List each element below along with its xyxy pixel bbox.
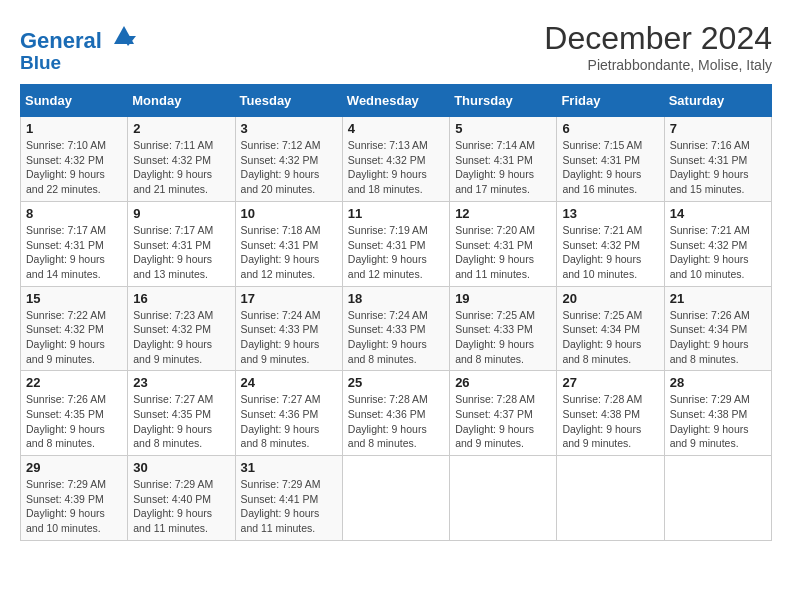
- calendar-cell: [664, 456, 771, 541]
- day-number: 10: [241, 206, 337, 221]
- cell-details: Sunrise: 7:29 AMSunset: 4:40 PMDaylight:…: [133, 477, 229, 536]
- cell-details: Sunrise: 7:13 AMSunset: 4:32 PMDaylight:…: [348, 138, 444, 197]
- cell-details: Sunrise: 7:26 AMSunset: 4:35 PMDaylight:…: [26, 392, 122, 451]
- calendar-body: 1Sunrise: 7:10 AMSunset: 4:32 PMDaylight…: [21, 117, 772, 541]
- cell-details: Sunrise: 7:20 AMSunset: 4:31 PMDaylight:…: [455, 223, 551, 282]
- cell-details: Sunrise: 7:25 AMSunset: 4:34 PMDaylight:…: [562, 308, 658, 367]
- calendar-cell: 23Sunrise: 7:27 AMSunset: 4:35 PMDayligh…: [128, 371, 235, 456]
- day-number: 2: [133, 121, 229, 136]
- day-number: 27: [562, 375, 658, 390]
- day-number: 4: [348, 121, 444, 136]
- cell-details: Sunrise: 7:25 AMSunset: 4:33 PMDaylight:…: [455, 308, 551, 367]
- cell-details: Sunrise: 7:23 AMSunset: 4:32 PMDaylight:…: [133, 308, 229, 367]
- cell-details: Sunrise: 7:12 AMSunset: 4:32 PMDaylight:…: [241, 138, 337, 197]
- calendar-cell: 18Sunrise: 7:24 AMSunset: 4:33 PMDayligh…: [342, 286, 449, 371]
- calendar-cell: 31Sunrise: 7:29 AMSunset: 4:41 PMDayligh…: [235, 456, 342, 541]
- calendar-cell: 4Sunrise: 7:13 AMSunset: 4:32 PMDaylight…: [342, 117, 449, 202]
- calendar-cell: 28Sunrise: 7:29 AMSunset: 4:38 PMDayligh…: [664, 371, 771, 456]
- calendar-header-row: SundayMondayTuesdayWednesdayThursdayFrid…: [21, 85, 772, 117]
- cell-details: Sunrise: 7:16 AMSunset: 4:31 PMDaylight:…: [670, 138, 766, 197]
- calendar-cell: 3Sunrise: 7:12 AMSunset: 4:32 PMDaylight…: [235, 117, 342, 202]
- calendar-cell: 20Sunrise: 7:25 AMSunset: 4:34 PMDayligh…: [557, 286, 664, 371]
- day-number: 3: [241, 121, 337, 136]
- calendar-title: December 2024: [544, 20, 772, 57]
- calendar-cell: 16Sunrise: 7:23 AMSunset: 4:32 PMDayligh…: [128, 286, 235, 371]
- week-row-1: 1Sunrise: 7:10 AMSunset: 4:32 PMDaylight…: [21, 117, 772, 202]
- calendar-cell: [342, 456, 449, 541]
- day-number: 21: [670, 291, 766, 306]
- day-number: 9: [133, 206, 229, 221]
- week-row-2: 8Sunrise: 7:17 AMSunset: 4:31 PMDaylight…: [21, 201, 772, 286]
- day-number: 6: [562, 121, 658, 136]
- day-number: 5: [455, 121, 551, 136]
- day-number: 11: [348, 206, 444, 221]
- day-number: 7: [670, 121, 766, 136]
- calendar-cell: 27Sunrise: 7:28 AMSunset: 4:38 PMDayligh…: [557, 371, 664, 456]
- day-header-wednesday: Wednesday: [342, 85, 449, 117]
- calendar-table: SundayMondayTuesdayWednesdayThursdayFrid…: [20, 84, 772, 541]
- day-number: 26: [455, 375, 551, 390]
- cell-details: Sunrise: 7:28 AMSunset: 4:38 PMDaylight:…: [562, 392, 658, 451]
- calendar-cell: 8Sunrise: 7:17 AMSunset: 4:31 PMDaylight…: [21, 201, 128, 286]
- cell-details: Sunrise: 7:14 AMSunset: 4:31 PMDaylight:…: [455, 138, 551, 197]
- cell-details: Sunrise: 7:21 AMSunset: 4:32 PMDaylight:…: [562, 223, 658, 282]
- logo-line2: Blue: [20, 53, 138, 74]
- header: General Blue December 2024 Pietrabbondan…: [20, 20, 772, 74]
- day-header-tuesday: Tuesday: [235, 85, 342, 117]
- cell-details: Sunrise: 7:19 AMSunset: 4:31 PMDaylight:…: [348, 223, 444, 282]
- calendar-cell: 17Sunrise: 7:24 AMSunset: 4:33 PMDayligh…: [235, 286, 342, 371]
- calendar-cell: 29Sunrise: 7:29 AMSunset: 4:39 PMDayligh…: [21, 456, 128, 541]
- calendar-cell: 30Sunrise: 7:29 AMSunset: 4:40 PMDayligh…: [128, 456, 235, 541]
- cell-details: Sunrise: 7:29 AMSunset: 4:39 PMDaylight:…: [26, 477, 122, 536]
- calendar-cell: 14Sunrise: 7:21 AMSunset: 4:32 PMDayligh…: [664, 201, 771, 286]
- calendar-cell: 9Sunrise: 7:17 AMSunset: 4:31 PMDaylight…: [128, 201, 235, 286]
- cell-details: Sunrise: 7:17 AMSunset: 4:31 PMDaylight:…: [26, 223, 122, 282]
- cell-details: Sunrise: 7:18 AMSunset: 4:31 PMDaylight:…: [241, 223, 337, 282]
- calendar-subtitle: Pietrabbondante, Molise, Italy: [544, 57, 772, 73]
- day-number: 24: [241, 375, 337, 390]
- week-row-5: 29Sunrise: 7:29 AMSunset: 4:39 PMDayligh…: [21, 456, 772, 541]
- calendar-cell: 10Sunrise: 7:18 AMSunset: 4:31 PMDayligh…: [235, 201, 342, 286]
- day-number: 16: [133, 291, 229, 306]
- cell-details: Sunrise: 7:27 AMSunset: 4:35 PMDaylight:…: [133, 392, 229, 451]
- day-number: 18: [348, 291, 444, 306]
- day-number: 17: [241, 291, 337, 306]
- calendar-cell: 11Sunrise: 7:19 AMSunset: 4:31 PMDayligh…: [342, 201, 449, 286]
- calendar-cell: 24Sunrise: 7:27 AMSunset: 4:36 PMDayligh…: [235, 371, 342, 456]
- cell-details: Sunrise: 7:15 AMSunset: 4:31 PMDaylight:…: [562, 138, 658, 197]
- day-number: 20: [562, 291, 658, 306]
- logo: General Blue: [20, 20, 138, 74]
- day-number: 13: [562, 206, 658, 221]
- cell-details: Sunrise: 7:21 AMSunset: 4:32 PMDaylight:…: [670, 223, 766, 282]
- day-number: 29: [26, 460, 122, 475]
- cell-details: Sunrise: 7:24 AMSunset: 4:33 PMDaylight:…: [348, 308, 444, 367]
- day-number: 25: [348, 375, 444, 390]
- day-number: 23: [133, 375, 229, 390]
- calendar-cell: 19Sunrise: 7:25 AMSunset: 4:33 PMDayligh…: [450, 286, 557, 371]
- cell-details: Sunrise: 7:29 AMSunset: 4:38 PMDaylight:…: [670, 392, 766, 451]
- calendar-cell: 13Sunrise: 7:21 AMSunset: 4:32 PMDayligh…: [557, 201, 664, 286]
- calendar-cell: 21Sunrise: 7:26 AMSunset: 4:34 PMDayligh…: [664, 286, 771, 371]
- week-row-3: 15Sunrise: 7:22 AMSunset: 4:32 PMDayligh…: [21, 286, 772, 371]
- cell-details: Sunrise: 7:17 AMSunset: 4:31 PMDaylight:…: [133, 223, 229, 282]
- logo-icon: [110, 20, 138, 48]
- logo-text: General: [20, 20, 138, 53]
- day-number: 31: [241, 460, 337, 475]
- day-header-sunday: Sunday: [21, 85, 128, 117]
- calendar-cell: 26Sunrise: 7:28 AMSunset: 4:37 PMDayligh…: [450, 371, 557, 456]
- cell-details: Sunrise: 7:28 AMSunset: 4:36 PMDaylight:…: [348, 392, 444, 451]
- day-header-saturday: Saturday: [664, 85, 771, 117]
- day-number: 1: [26, 121, 122, 136]
- calendar-cell: [450, 456, 557, 541]
- day-number: 8: [26, 206, 122, 221]
- cell-details: Sunrise: 7:27 AMSunset: 4:36 PMDaylight:…: [241, 392, 337, 451]
- calendar-cell: 12Sunrise: 7:20 AMSunset: 4:31 PMDayligh…: [450, 201, 557, 286]
- day-header-friday: Friday: [557, 85, 664, 117]
- day-number: 30: [133, 460, 229, 475]
- calendar-cell: 25Sunrise: 7:28 AMSunset: 4:36 PMDayligh…: [342, 371, 449, 456]
- calendar-cell: 2Sunrise: 7:11 AMSunset: 4:32 PMDaylight…: [128, 117, 235, 202]
- calendar-cell: 6Sunrise: 7:15 AMSunset: 4:31 PMDaylight…: [557, 117, 664, 202]
- cell-details: Sunrise: 7:24 AMSunset: 4:33 PMDaylight:…: [241, 308, 337, 367]
- calendar-cell: 1Sunrise: 7:10 AMSunset: 4:32 PMDaylight…: [21, 117, 128, 202]
- calendar-cell: 7Sunrise: 7:16 AMSunset: 4:31 PMDaylight…: [664, 117, 771, 202]
